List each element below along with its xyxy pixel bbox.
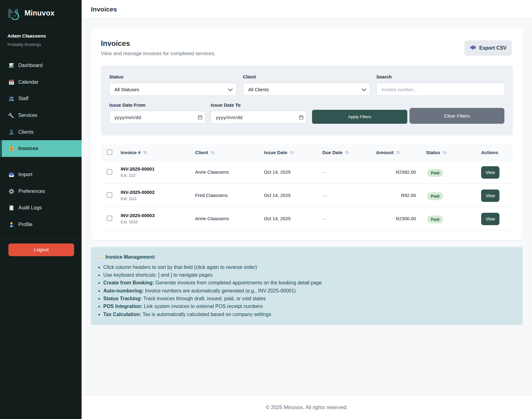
svg-text:17: 17: [10, 81, 13, 84]
svg-text:$: $: [11, 148, 12, 151]
